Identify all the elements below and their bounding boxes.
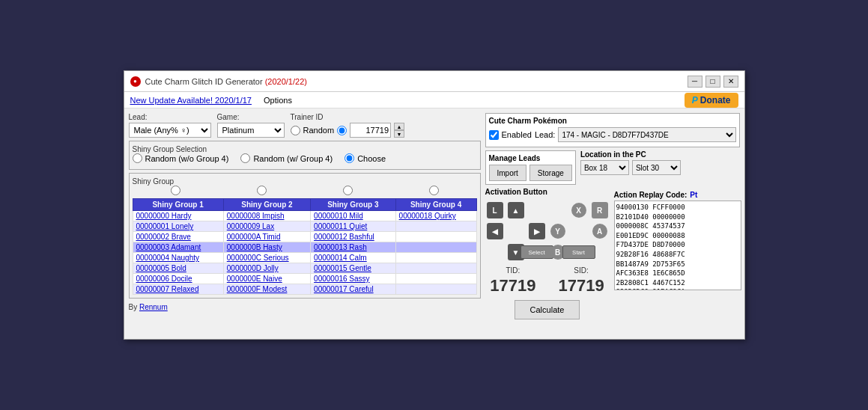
table-cell[interactable]	[395, 263, 476, 274]
table-cell[interactable]: 00000011 Quiet	[311, 221, 396, 232]
table-cell[interactable]: 00000012 Bashful	[311, 232, 396, 242]
shiny-group-box: Shiny Group Shiny Group 1 Shiny Group 2 …	[129, 173, 481, 299]
table-cell[interactable]: 00000001 Lonely	[133, 221, 223, 232]
table-cell[interactable]: 00000003 Adamant	[133, 242, 223, 253]
table-cell[interactable]	[395, 221, 476, 232]
table-cell[interactable]: 00000014 Calm	[311, 253, 396, 263]
table-cell[interactable]: 0000000E Naive	[223, 274, 310, 284]
lead-select[interactable]: Male (Any% ♀) Female (Any% ♂)	[129, 123, 211, 138]
box-select[interactable]: Box 18	[580, 160, 629, 175]
menubar: New Update Available! 2020/1/17 Options …	[124, 92, 744, 108]
window-title-year: (2020/1/22)	[265, 77, 307, 86]
x-button[interactable]: X	[571, 203, 586, 218]
table-cell[interactable]: 00000008 Impish	[223, 211, 310, 221]
a-button[interactable]: A	[592, 224, 607, 239]
sgs-radio3-group: Choose	[345, 153, 386, 163]
table-cell[interactable]: 00000007 Relaxed	[133, 284, 223, 295]
table-cell[interactable]: 00000013 Rash	[311, 242, 396, 253]
table-cell[interactable]: 0000000B Hasty	[223, 242, 310, 253]
table-cell[interactable]: 00000005 Bold	[133, 263, 223, 274]
import-button[interactable]: Import	[489, 165, 526, 181]
author-link[interactable]: Rennum	[139, 303, 168, 311]
sid-display-group: SID: 17719	[559, 266, 604, 296]
table-cell[interactable]: 00000018 Quirky	[395, 211, 476, 221]
sg-radio2[interactable]	[257, 186, 267, 195]
left-button[interactable]: ◀	[487, 223, 503, 239]
lead-group: Lead: Male (Any% ♀) Female (Any% ♂)	[129, 113, 211, 138]
table-cell[interactable]: 00000016 Sassy	[311, 274, 396, 284]
tid-down-button[interactable]: ▼	[394, 130, 404, 138]
sid-display-value: 17719	[559, 276, 604, 296]
tid-random-radio[interactable]	[291, 126, 300, 135]
shiny-group-label: Shiny Group	[133, 177, 174, 186]
table-cell[interactable]: 0000000C Serious	[223, 253, 310, 263]
table-cell[interactable]: 00000009 Lax	[223, 221, 310, 232]
tid-input[interactable]	[350, 123, 391, 138]
table-cell[interactable]: 00000000 Hardy	[133, 211, 223, 221]
table-cell[interactable]: 0000000D Jolly	[223, 263, 310, 274]
table-cell[interactable]	[395, 242, 476, 253]
trainer-id-group: Trainer ID Random ▲ ▼	[291, 113, 405, 138]
donate-button[interactable]: Donate	[685, 93, 738, 108]
game-label: Game:	[217, 113, 285, 121]
sg-radio4[interactable]	[429, 186, 439, 195]
select-button[interactable]: Select	[521, 245, 553, 259]
sg-radio1[interactable]	[171, 186, 180, 195]
y-button[interactable]: Y	[550, 224, 565, 239]
storage-button[interactable]: Storage	[529, 165, 572, 181]
sid-display-label: SID:	[574, 266, 588, 275]
table-cell[interactable]: 00000004 Naughty	[133, 253, 223, 263]
sgs-radio3[interactable]	[345, 153, 354, 163]
right-button[interactable]: ▶	[529, 223, 545, 239]
table-cell[interactable]: 0000000F Modest	[223, 284, 310, 295]
by-line: By Rennum	[129, 303, 481, 311]
ar-code-textarea[interactable]	[614, 201, 741, 290]
up-button[interactable]: ▲	[508, 202, 524, 218]
tid-up-button[interactable]: ▲	[394, 123, 404, 130]
tid-sid-display-row: TID: 17719 SID: 17719	[490, 266, 604, 296]
table-cell[interactable]: 00000006 Docile	[133, 274, 223, 284]
table-cell[interactable]: 00000002 Brave	[133, 232, 223, 242]
table-cell[interactable]: 00000010 Mild	[311, 211, 396, 221]
spacer5	[487, 244, 503, 260]
slot-select[interactable]: Slot 30	[632, 160, 681, 175]
shiny-group-radios	[133, 186, 477, 195]
left-panel: Lead: Male (Any% ♀) Female (Any% ♂) Game…	[129, 113, 481, 319]
table-cell[interactable]: 00000015 Gentle	[311, 263, 396, 274]
tid-display-value: 17719	[490, 276, 535, 296]
cute-charm-section: Cute Charm Pokémon Enabled Lead: 174 - M…	[485, 113, 740, 147]
table-header-4: Shiny Group 4	[395, 199, 476, 211]
cc-lead-select[interactable]: 174 - MAGIC - D8D7F7D437DE	[558, 127, 735, 142]
location-section: Location in the PC Box 18 Slot 30	[580, 150, 681, 175]
tid-value-radio[interactable]	[337, 126, 347, 135]
cc-enabled-checkbox[interactable]	[489, 130, 499, 140]
table-cell[interactable]: 00000017 Careful	[311, 284, 396, 295]
update-link[interactable]: New Update Available! 2020/1/17	[130, 96, 252, 105]
sgs-radio1[interactable]	[133, 153, 142, 163]
right-panel: Cute Charm Pokémon Enabled Lead: 174 - M…	[485, 113, 740, 319]
l-button[interactable]: L	[487, 202, 503, 218]
sg-radio3[interactable]	[343, 186, 353, 195]
cute-charm-title: Cute Charm Pokémon	[489, 117, 736, 125]
maximize-button[interactable]: □	[705, 76, 720, 88]
game-select[interactable]: Platinum Diamond Pearl HeartGold SoulSil…	[217, 123, 285, 138]
table-cell[interactable]	[395, 274, 476, 284]
table-cell[interactable]: 0000000A Timid	[223, 232, 310, 242]
table-header-1: Shiny Group 1	[133, 199, 223, 211]
sgs-label3: Choose	[357, 154, 386, 163]
donate-label: Donate	[700, 95, 731, 105]
location-manage-row: Manage Leads Import Storage Location in …	[485, 150, 740, 185]
table-cell[interactable]	[395, 232, 476, 242]
options-menu[interactable]: Options	[264, 96, 292, 105]
start-button[interactable]: Start	[562, 245, 595, 259]
shiny-group-selection-row: Random (w/o Group 4) Random (w/ Group 4)…	[133, 153, 477, 163]
sgs-radio2[interactable]	[240, 153, 250, 163]
minimize-button[interactable]: ─	[688, 76, 702, 88]
controller-tid-sid: Activation Button L ▲ X R ◀ ▶	[485, 188, 610, 319]
r-button[interactable]: R	[592, 202, 608, 218]
table-cell[interactable]	[395, 253, 476, 263]
top-form-row: Lead: Male (Any% ♀) Female (Any% ♂) Game…	[129, 113, 481, 138]
table-cell[interactable]	[395, 284, 476, 295]
close-button[interactable]: ✕	[723, 76, 738, 88]
calculate-button[interactable]: Calculate	[515, 300, 580, 319]
